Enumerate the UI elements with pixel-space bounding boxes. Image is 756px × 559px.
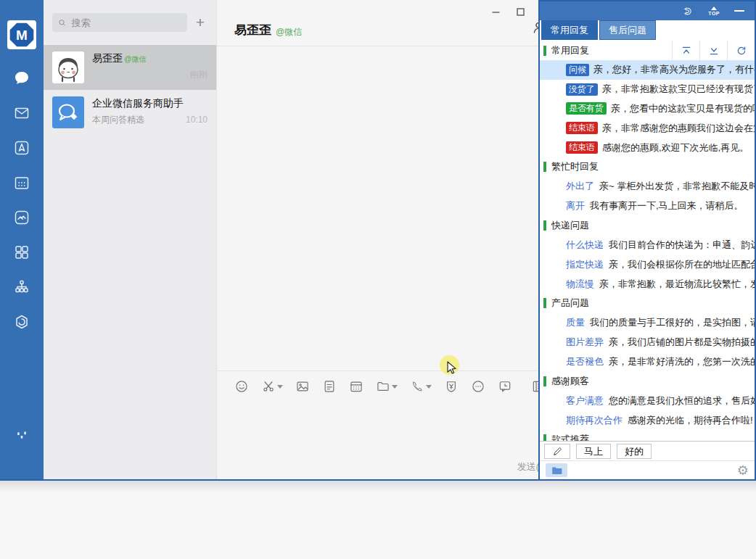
reply-text: 您的满意是我们永恒的追求，售后如...	[609, 394, 755, 407]
magnet-icon[interactable]	[681, 5, 694, 17]
reply-tag-badge: 是否有货	[566, 102, 607, 115]
reply-text: 感谢亲的光临，期待再合作啦!，...	[628, 414, 755, 427]
sidebar-item-workspace[interactable]	[0, 131, 44, 165]
reply-tag-link: 外出了	[566, 180, 594, 193]
call-button[interactable]	[406, 379, 436, 394]
wechat-badge: @微信	[124, 54, 146, 65]
reply-tag-badge: 问候	[566, 64, 589, 76]
reply-section-header[interactable]: 快递问题	[540, 216, 755, 236]
dropdown-caret-icon	[426, 385, 432, 389]
chat-list-item[interactable]: 企业微信服务商助手 本周问答精选 10:10	[44, 90, 216, 135]
chat-preview: 本周问答精选	[92, 114, 144, 126]
reply-tag-link: 图片差异	[566, 336, 604, 349]
scroll-to-bottom-button[interactable]	[700, 41, 728, 60]
tab-common-replies[interactable]: 常用回复	[541, 20, 598, 40]
quick-reply-item[interactable]: 是否褪色亲，是非常好清洗的，您第一次洗的...	[540, 352, 755, 372]
mail-icon	[13, 104, 30, 122]
sidebar-item-mail[interactable]	[0, 96, 44, 131]
reply-tag-badge: 结束语	[566, 141, 598, 154]
quick-reply-item[interactable]: 是否有货亲，您看中的这款宝贝是有现货的呢...	[540, 99, 755, 119]
app-logo[interactable]: M	[7, 20, 36, 49]
calendar-button[interactable]	[345, 379, 368, 394]
sidebar-item-chat[interactable]	[0, 61, 44, 96]
phone-icon	[410, 379, 424, 394]
sidebar-item-contacts[interactable]	[0, 270, 44, 305]
reply-section-header[interactable]: 款式推荐	[540, 430, 755, 441]
quick-reply-item[interactable]: 物流慢亲，非常抱歉，最近物流比较繁忙，发...	[540, 274, 755, 294]
file-button[interactable]	[318, 379, 341, 394]
search-box[interactable]	[52, 13, 187, 32]
image-button[interactable]	[291, 379, 314, 394]
emoji-button[interactable]	[230, 379, 253, 394]
section-title: 感谢顾客	[551, 375, 589, 388]
chat-time: 刚刚	[190, 69, 208, 81]
tab-aftersale-questions[interactable]: 售后问题	[599, 20, 656, 40]
refresh-button[interactable]	[728, 41, 755, 60]
settings-gear-icon[interactable]: ⚙	[737, 464, 749, 477]
quick-reply-item[interactable]: 期待再次合作感谢亲的光临，期待再合作啦!，...	[540, 410, 755, 430]
sidebar-item-calendar[interactable]	[0, 165, 44, 200]
reply-section-header[interactable]: 常用回复	[540, 41, 755, 60]
gallery-icon	[13, 209, 30, 226]
quick-reply-item[interactable]: 结束语亲，非常感谢您的惠顾我们这边会在第...	[540, 118, 755, 138]
chat-name: 企业微信服务商助手	[92, 97, 184, 110]
quick-reply-item[interactable]: 没货了亲，非常抱歉这款宝贝已经没有现货了...	[540, 80, 755, 99]
edit-reply-button[interactable]	[544, 444, 570, 459]
search-input[interactable]	[70, 17, 181, 29]
quick-reply-item[interactable]: 外出了亲~ 掌柜外出发货，非常抱歉不能及时...	[540, 177, 755, 196]
quick-reply-item[interactable]: 问候亲，您好，非常高兴为您服务了，有什么...	[540, 60, 755, 80]
reply-text: 亲，非常感谢您的惠顾我们这边会在第...	[602, 122, 755, 135]
reply-tag-badge: 没货了	[566, 83, 598, 96]
messenger-window: M	[0, 0, 538, 481]
quick-reply-item[interactable]: 质量我们的质量与手工很好的，是实拍图，请...	[540, 313, 755, 333]
chat-list-item[interactable]: 易歪歪 @微信 刚刚	[44, 45, 216, 90]
sidebar-item-gallery[interactable]	[0, 200, 44, 235]
sidebar-item-workbench[interactable]	[0, 305, 44, 339]
panel-minimize-button[interactable]	[734, 10, 744, 12]
minimize-button[interactable]	[483, 3, 508, 20]
quick-send-button[interactable]: 好的	[617, 444, 652, 459]
emoji-icon	[234, 379, 249, 394]
pin-top-button[interactable]: TOP	[708, 7, 720, 16]
scroll-to-top-button[interactable]	[673, 41, 700, 60]
file-icon	[322, 379, 337, 394]
quick-reply-item[interactable]: 离开我有事离开一下,马上回来，请稍后。	[540, 196, 755, 216]
quick-reply-item[interactable]: 图片差异亲，我们店铺的图片都是实物拍摄的...	[540, 333, 755, 352]
maximize-button[interactable]	[508, 3, 533, 20]
reply-section-header[interactable]: 产品问题	[540, 294, 755, 313]
quick-reply-item[interactable]: 指定快递亲，我们会根据你所在的地址匹配合...	[540, 254, 755, 274]
sidebar-item-apps[interactable]	[0, 235, 44, 270]
message-input-area[interactable]: 发送(S)	[217, 397, 563, 481]
reply-section-header[interactable]: 繁忙时回复	[540, 157, 755, 177]
pencil-icon	[552, 446, 563, 457]
sidebar-item-menu[interactable]	[0, 449, 44, 475]
add-chat-button[interactable]: +	[192, 13, 209, 32]
message-area[interactable]	[217, 46, 563, 370]
quick-reply-list: 常用回复 问候亲，您好，非常高兴为您服务了，有什么...没货了亲，非常抱歉这款宝…	[540, 41, 755, 441]
avatar	[52, 96, 84, 128]
folder-blue-icon	[551, 466, 562, 475]
quick-send-button[interactable]: 马上	[576, 444, 611, 459]
assistant-statusbar: ⚙	[540, 460, 755, 479]
refresh-icon	[736, 45, 747, 57]
more-button[interactable]	[467, 379, 490, 394]
reply-text: 亲，非常抱歉，最近物流比较繁忙，发...	[599, 278, 755, 291]
reply-section-header[interactable]: 感谢顾客	[540, 371, 755, 391]
top-pin-label: TOP	[708, 11, 720, 16]
red-packet-button[interactable]	[440, 379, 463, 394]
dropdown-caret-icon	[392, 385, 398, 389]
quick-reply-item[interactable]: 结束语感谢您的惠顾,欢迎下次光临,再见。	[540, 138, 755, 157]
material-folder-button[interactable]	[546, 463, 567, 477]
section-accent-bar	[543, 220, 546, 231]
quick-reply-item[interactable]: 客户满意您的满意是我们永恒的追求，售后如...	[540, 391, 755, 410]
chat-history-icon	[498, 379, 512, 394]
screenshot-button[interactable]	[257, 379, 287, 394]
reply-text: 亲，是非常好清洗的，您第一次洗的...	[609, 355, 755, 368]
folder-button[interactable]	[371, 379, 402, 394]
scroll-top-icon	[681, 45, 692, 57]
quick-reply-item[interactable]: 什么快递我们目前合作的快递为：申通、韵达...	[540, 236, 755, 255]
section-title: 产品问题	[551, 297, 589, 310]
section-title: 款式推荐	[551, 433, 589, 441]
chat-history-button[interactable]	[493, 379, 517, 394]
sidebar-item-filters[interactable]	[0, 423, 44, 449]
